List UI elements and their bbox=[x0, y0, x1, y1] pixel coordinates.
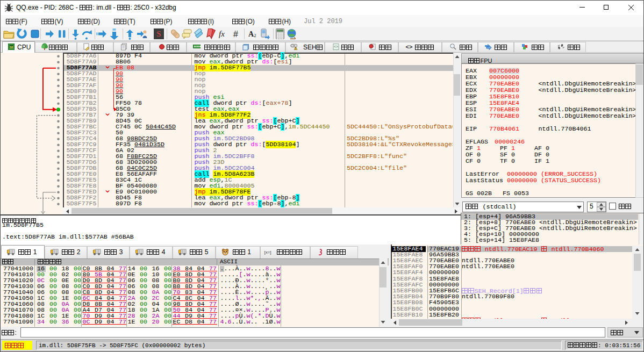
svg-text:32: 32 bbox=[9, 46, 13, 49]
svg-text:2: 2 bbox=[254, 33, 256, 38]
svg-text:<>: <> bbox=[406, 44, 413, 50]
svg-text:[x=]: [x=] bbox=[264, 250, 271, 255]
svg-text:<>: <> bbox=[334, 45, 338, 48]
svg-text:!: ! bbox=[295, 47, 296, 50]
svg-text:S: S bbox=[156, 30, 161, 38]
svg-text:fx: fx bbox=[219, 30, 225, 38]
svg-text:#: # bbox=[233, 30, 238, 39]
